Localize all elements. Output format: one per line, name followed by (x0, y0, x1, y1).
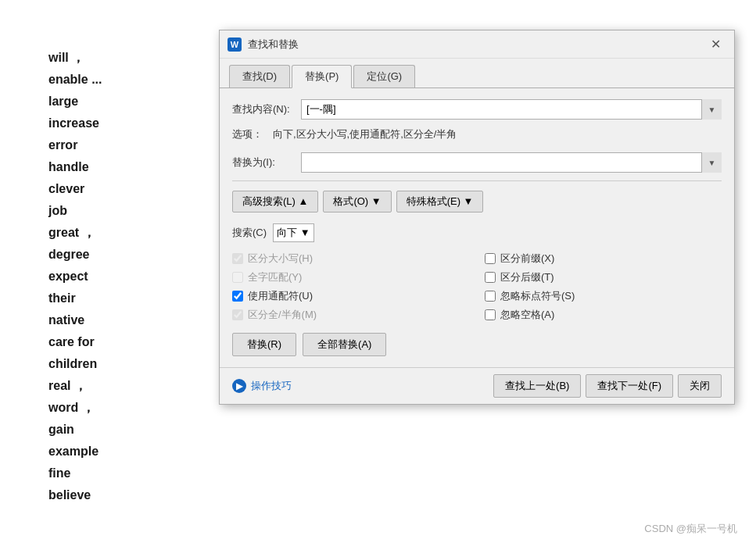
checkbox-wildcard: 使用通配符(U) (232, 289, 469, 303)
bg-word: degree (48, 244, 102, 266)
find-replace-dialog: W 查找和替换 ✕ 查找(D) 替换(P) 定位(G) 查找内容(N): ▼ 选… (219, 30, 735, 405)
options-text: 向下,区分大小写,使用通配符,区分全/半角 (273, 127, 457, 141)
tab-goto[interactable]: 定位(G) (353, 65, 415, 88)
dialog-title: 查找和替换 (248, 38, 704, 52)
checkbox-prefix: 区分前缀(X) (485, 252, 722, 266)
find-next-btn[interactable]: 查找下一处(F) (586, 374, 673, 398)
find-input[interactable] (301, 99, 722, 120)
footer-right: 查找上一处(B) 查找下一处(F) 关闭 (493, 374, 722, 398)
checkbox-suffix: 区分后缀(T) (485, 270, 722, 284)
checkbox-fullwidth-label: 区分全/半角(M) (248, 308, 317, 322)
find-label: 查找内容(N): (232, 102, 295, 116)
bg-word: gain (48, 419, 102, 441)
bg-word: children (48, 353, 102, 375)
checkbox-grid: 区分大小写(H) 区分前缀(X) 全字匹配(Y) 区分后缀(T) 使用通配符(U… (232, 252, 722, 322)
bg-word: care for (48, 331, 102, 353)
format-label: 格式(O) ▼ (333, 195, 381, 209)
divider (232, 180, 722, 181)
bg-word: fine (48, 462, 102, 484)
replace-btn[interactable]: 替换(R) (232, 333, 296, 356)
checkbox-ignore-space-input[interactable] (485, 309, 496, 320)
search-label: 搜索(C) (232, 226, 267, 240)
checkbox-case-sensitive: 区分大小写(H) (232, 252, 469, 266)
dialog-tabs: 查找(D) 替换(P) 定位(G) (220, 59, 734, 88)
checkbox-whole-word: 全字匹配(Y) (232, 270, 469, 284)
checkbox-prefix-input[interactable] (485, 253, 496, 264)
replace-all-btn[interactable]: 全部替换(A) (303, 333, 386, 356)
direction-value: 向下 ▼ (277, 226, 310, 240)
checkbox-ignore-space-label: 忽略空格(A) (500, 308, 554, 322)
tab-find[interactable]: 查找(D) (229, 65, 290, 88)
tips-icon: ▶ (232, 379, 246, 393)
bg-word: word ， (48, 397, 102, 419)
replace-label: 替换为(I): (232, 155, 295, 170)
bg-word: handle (48, 156, 102, 178)
checkbox-suffix-label: 区分后缀(T) (500, 270, 554, 284)
checkbox-suffix-input[interactable] (485, 272, 496, 283)
dialog-titlebar: W 查找和替换 ✕ (220, 30, 734, 59)
dialog-content: 查找内容(N): ▼ 选项： 向下,区分大小写,使用通配符,区分全/半角 替换为… (220, 88, 734, 367)
footer-left: ▶ 操作技巧 (232, 379, 292, 393)
checkbox-ignore-punct-label: 忽略标点符号(S) (500, 289, 575, 303)
options-row: 选项： 向下,区分大小写,使用通配符,区分全/半角 (232, 127, 722, 141)
checkbox-whole-word-input[interactable] (232, 272, 243, 283)
advanced-search-btn[interactable]: 高级搜索(L) ▲ (232, 191, 318, 212)
bg-word: error (48, 134, 102, 156)
close-footer-btn[interactable]: 关闭 (678, 374, 722, 398)
checkbox-prefix-label: 区分前缀(X) (500, 252, 554, 266)
background-text: will ，enable ...largeincreaseerrorhandle… (48, 47, 102, 506)
direction-select[interactable]: 向下 ▼ (273, 223, 314, 242)
dialog-footer: ▶ 操作技巧 查找上一处(B) 查找下一处(F) 关闭 (220, 367, 734, 404)
checkbox-wildcard-input[interactable] (232, 291, 243, 302)
advanced-search-label: 高级搜索(L) ▲ (242, 195, 308, 209)
find-prev-btn[interactable]: 查找上一处(B) (493, 374, 581, 398)
bg-word: real ， (48, 375, 102, 397)
replace-row: 替换为(I): ▼ (232, 152, 722, 173)
special-format-btn[interactable]: 特殊格式(E) ▼ (396, 191, 484, 212)
checkbox-ignore-punct-input[interactable] (485, 291, 496, 302)
bg-word: large (48, 91, 102, 112)
bg-word: great ， (48, 222, 102, 244)
special-format-label: 特殊格式(E) ▼ (407, 195, 474, 209)
find-dropdown-btn[interactable]: ▼ (701, 99, 722, 120)
checkbox-wildcard-label: 使用通配符(U) (248, 289, 313, 303)
checkbox-case-sensitive-label: 区分大小写(H) (248, 252, 313, 266)
search-direction-row: 搜索(C) 向下 ▼ (232, 223, 722, 242)
bg-word: example (48, 441, 102, 462)
tips-link[interactable]: 操作技巧 (251, 379, 292, 393)
bg-word: clever (48, 178, 102, 200)
replace-input[interactable] (301, 152, 722, 173)
checkbox-case-sensitive-input[interactable] (232, 253, 243, 264)
close-button[interactable]: ✕ (704, 34, 726, 55)
checkbox-ignore-punct: 忽略标点符号(S) (485, 289, 722, 303)
checkbox-fullwidth: 区分全/半角(M) (232, 308, 469, 322)
bg-word: job (48, 200, 102, 222)
replace-input-wrap: ▼ (301, 152, 722, 173)
options-label: 选项： (232, 127, 267, 141)
tab-replace[interactable]: 替换(P) (292, 65, 352, 88)
bg-word: their (48, 288, 102, 309)
bg-word: will ， (48, 47, 102, 69)
checkbox-whole-word-label: 全字匹配(Y) (248, 270, 302, 284)
dialog-app-icon: W (228, 38, 242, 52)
find-row: 查找内容(N): ▼ (232, 99, 722, 120)
bg-word: enable ... (48, 69, 102, 91)
bg-word: believe (48, 484, 102, 506)
checkbox-ignore-space: 忽略空格(A) (485, 308, 722, 322)
bg-word: expect (48, 266, 102, 288)
bg-word: increase (48, 112, 102, 134)
bg-word: native (48, 309, 102, 331)
find-input-wrap: ▼ (301, 99, 722, 120)
watermark: CSDN @痴呆一号机 (644, 522, 737, 536)
bottom-btn-row: 替换(R) 全部替换(A) (232, 333, 722, 356)
replace-dropdown-btn[interactable]: ▼ (701, 152, 722, 173)
action-btn-row: 高级搜索(L) ▲ 格式(O) ▼ 特殊格式(E) ▼ (232, 191, 722, 212)
format-btn[interactable]: 格式(O) ▼ (323, 191, 391, 212)
checkbox-fullwidth-input[interactable] (232, 309, 243, 320)
